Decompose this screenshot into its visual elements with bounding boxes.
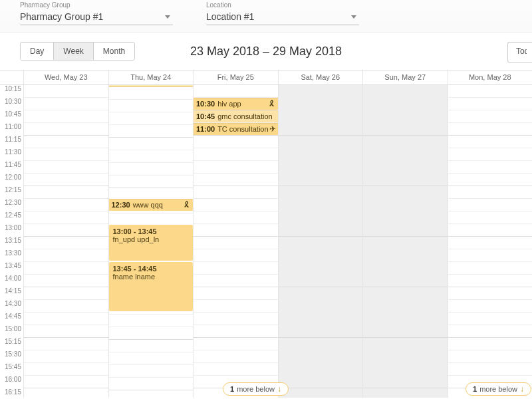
time-label: 11:15 bbox=[0, 136, 23, 148]
time-label: 12:30 bbox=[0, 199, 23, 211]
week-view-button[interactable]: Week bbox=[54, 43, 93, 60]
day-header: Thu, May 24 bbox=[108, 70, 194, 84]
day-header: Sat, May 26 bbox=[278, 70, 363, 84]
pharmacy-group-value: Pharmacy Group #1 bbox=[20, 11, 103, 22]
time-label: 13:45 bbox=[0, 262, 23, 275]
location-filter: Location Location #1 bbox=[206, 1, 359, 25]
time-label: 15:00 bbox=[0, 325, 23, 338]
arrow-down-icon: ↓ bbox=[520, 384, 524, 394]
more-label: more below bbox=[237, 385, 275, 393]
location-value: Location #1 bbox=[206, 11, 254, 22]
time-column-header bbox=[0, 70, 23, 84]
more-below-button[interactable]: 1 more below ↓ bbox=[466, 382, 531, 396]
location-select[interactable]: Location #1 bbox=[206, 10, 359, 25]
event-time: 12:30 bbox=[112, 201, 130, 209]
time-label: 12:45 bbox=[0, 211, 23, 224]
event-time: 10:45 bbox=[196, 112, 215, 120]
day-view-button[interactable]: Day bbox=[21, 43, 54, 60]
time-label: 10:30 bbox=[0, 98, 23, 110]
month-view-button[interactable]: Month bbox=[94, 43, 134, 60]
time-label: 12:15 bbox=[0, 186, 23, 199]
day-headers: Wed, May 23 Thu, May 24 Fri, May 25 Sat,… bbox=[0, 70, 532, 85]
pharmacy-group-label: Pharmacy Group bbox=[20, 1, 173, 9]
time-label: 14:30 bbox=[0, 300, 23, 313]
calendar-event[interactable]: 10:30hiv app 🎗 bbox=[194, 98, 278, 110]
date-range: 23 May 2018 – 29 May 2018 bbox=[190, 45, 342, 59]
chevron-down-icon bbox=[351, 15, 356, 19]
calendar-event[interactable]: 12:30www qqq 🎗 bbox=[109, 199, 194, 211]
calendar-event[interactable]: 13:45 - 14:45 fname lname bbox=[109, 262, 194, 311]
event-time: 11:00 bbox=[196, 125, 215, 133]
calendar-grid[interactable]: 10:1510:3010:4511:0011:1511:3011:4512:00… bbox=[0, 85, 532, 398]
filter-bar: Pharmacy Group Pharmacy Group #1 Locatio… bbox=[0, 0, 532, 33]
more-label: more below bbox=[479, 385, 517, 393]
time-label: 13:30 bbox=[0, 249, 23, 262]
event-title: TC consultation bbox=[217, 125, 268, 133]
today-button[interactable]: Today bbox=[507, 42, 532, 63]
day-columns: 12:30www qqq 🎗 13:00 - 13:45 fn_upd upd_… bbox=[23, 85, 532, 398]
day-column-fri[interactable]: 10:30hiv app 🎗 10:45gmc consultation 11:… bbox=[193, 85, 278, 398]
event-time: 13:00 - 13:45 bbox=[113, 227, 190, 235]
chevron-down-icon bbox=[165, 15, 170, 19]
time-label: 16:00 bbox=[0, 376, 23, 388]
event-time: 10:30 bbox=[196, 100, 215, 108]
time-label: 10:45 bbox=[0, 110, 23, 123]
airplane-icon: ✈ bbox=[269, 124, 276, 134]
more-count: 1 bbox=[473, 385, 477, 393]
location-label: Location bbox=[206, 1, 359, 9]
calendar-event[interactable]: 10:45gmc consultation bbox=[194, 110, 278, 122]
day-column-sat[interactable] bbox=[278, 85, 363, 398]
day-column-sun[interactable] bbox=[362, 85, 448, 398]
calendar-toolbar: Day Week Month 23 May 2018 – 29 May 2018… bbox=[0, 33, 532, 70]
pharmacy-group-select[interactable]: Pharmacy Group #1 bbox=[20, 10, 173, 25]
calendar-event[interactable]: 13:00 - 13:45 fn_upd upd_ln bbox=[109, 225, 194, 261]
event-time: 13:45 - 14:45 bbox=[113, 265, 190, 273]
more-count: 1 bbox=[230, 385, 234, 393]
day-header: Sun, May 27 bbox=[362, 70, 448, 84]
day-column-wed[interactable] bbox=[23, 85, 108, 398]
day-column-thu[interactable]: 12:30www qqq 🎗 13:00 - 13:45 fn_upd upd_… bbox=[108, 85, 194, 398]
event-title: www qqq bbox=[133, 201, 163, 209]
time-label: 11:30 bbox=[0, 148, 23, 161]
time-label: 14:15 bbox=[0, 287, 23, 300]
time-label: 14:00 bbox=[0, 275, 23, 287]
time-label: 15:15 bbox=[0, 338, 23, 350]
view-switcher: Day Week Month bbox=[20, 42, 135, 61]
arrow-down-icon: ↓ bbox=[277, 384, 281, 394]
ribbon-icon: 🎗 bbox=[183, 200, 191, 209]
time-label: 11:45 bbox=[0, 161, 23, 174]
time-labels: 10:1510:3010:4511:0011:1511:3011:4512:00… bbox=[0, 85, 23, 398]
day-header: Wed, May 23 bbox=[23, 70, 108, 84]
calendar-event[interactable]: 11:00TC consultation ✈ bbox=[194, 123, 278, 135]
time-label: 15:30 bbox=[0, 350, 23, 363]
event-title: gmc consultation bbox=[217, 112, 273, 120]
more-below-button[interactable]: 1 more below ↓ bbox=[223, 382, 289, 396]
calendar: Wed, May 23 Thu, May 24 Fri, May 25 Sat,… bbox=[0, 70, 532, 398]
time-label: 12:00 bbox=[0, 174, 23, 186]
time-label: 11:00 bbox=[0, 123, 23, 136]
time-label: 15:45 bbox=[0, 363, 23, 376]
event-title: fname lname bbox=[113, 273, 190, 281]
event-title: hiv app bbox=[217, 100, 241, 108]
pharmacy-group-filter: Pharmacy Group Pharmacy Group #1 bbox=[20, 1, 173, 25]
time-label: 13:00 bbox=[0, 224, 23, 237]
day-column-mon[interactable] bbox=[448, 85, 533, 398]
time-label: 16:15 bbox=[0, 388, 23, 398]
time-label: 10:15 bbox=[0, 85, 23, 98]
ribbon-icon: 🎗 bbox=[268, 99, 276, 108]
day-header: Fri, May 25 bbox=[193, 70, 278, 84]
time-label: 13:15 bbox=[0, 237, 23, 249]
day-header: Mon, May 28 bbox=[448, 70, 533, 84]
event-title: fn_upd upd_ln bbox=[113, 235, 190, 243]
time-label: 14:45 bbox=[0, 313, 23, 325]
